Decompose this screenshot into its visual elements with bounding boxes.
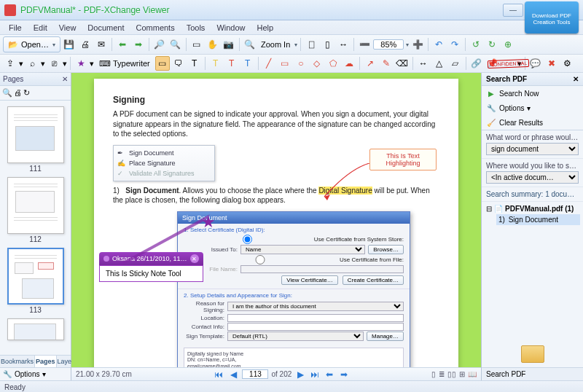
distance-tool[interactable]: ↔	[416, 56, 431, 71]
open-button[interactable]: 📂 Open… ▾	[3, 36, 60, 52]
cloud-tool[interactable]: ☁	[342, 56, 356, 71]
sticky-note-popup[interactable]: ★ Oksana 26/11/2010, 11… ✕ This Is Stick…	[99, 252, 203, 282]
fit-width-button[interactable]: ↔	[336, 37, 351, 52]
search-panel-close[interactable]: ✕	[573, 75, 579, 83]
show-comments-button[interactable]: 💬	[528, 56, 543, 71]
thumbnail[interactable]	[7, 318, 64, 340]
thumbnail[interactable]	[7, 177, 64, 234]
undo-button[interactable]: ↺	[469, 37, 483, 52]
menu-comments[interactable]: Comments	[130, 22, 181, 34]
nav-forward-button[interactable]: ➡	[131, 37, 146, 52]
nav-back-history[interactable]: ⬅	[324, 369, 335, 380]
save-button[interactable]: 💾	[62, 37, 77, 52]
menu-document[interactable]: Document	[82, 22, 130, 34]
thumbnail-list[interactable]: 111 112 113	[0, 101, 71, 355]
menu-view[interactable]: View	[53, 22, 82, 34]
print-button[interactable]: 🖨	[78, 37, 93, 52]
redo-button[interactable]: ↻	[485, 37, 499, 52]
sticky-note-body[interactable]: This Is Sticky Note Tool	[99, 265, 203, 282]
chevron-down-icon[interactable]: ▾	[41, 59, 45, 68]
document-viewport[interactable]: Signing A PDF document can be signed to …	[71, 73, 481, 367]
page-number-input[interactable]	[242, 369, 268, 379]
result-document[interactable]: ⊟ 📄 PDFVManual.pdf (1)	[485, 203, 580, 214]
actual-size-button[interactable]: ⎕	[304, 37, 318, 52]
sticky-note-tool[interactable]: ★	[74, 56, 88, 71]
zoom-out-button[interactable]: ➖	[357, 37, 372, 52]
rectangle-tool[interactable]: ▭	[278, 56, 292, 71]
typewriter-tool[interactable]: ⌨ Typewriter	[95, 58, 154, 69]
find-button[interactable]: 🔎	[152, 37, 167, 52]
thumbnail[interactable]	[7, 106, 64, 163]
search-what-input[interactable]: sign document	[486, 143, 579, 155]
link-tool[interactable]: 🔗	[469, 56, 484, 71]
nav-fwd-history[interactable]: ➡	[338, 369, 350, 380]
arrow-tool[interactable]: ↗	[363, 56, 377, 71]
menu-window[interactable]: Window	[211, 22, 251, 34]
pencil-tool[interactable]: ✎	[379, 56, 394, 71]
polygon-tool[interactable]: ⬠	[326, 56, 340, 71]
layout-book[interactable]: 📖	[468, 370, 477, 378]
search-now-button[interactable]: ▶ Search Now	[482, 86, 583, 101]
highlight-text-tool[interactable]: T	[208, 56, 223, 71]
line-tool[interactable]: ╱	[262, 56, 276, 71]
oval-tool[interactable]: ○	[294, 56, 308, 71]
tab-bookmarks[interactable]: Bookmarks	[0, 356, 35, 367]
layout-facing[interactable]: ▯▯	[447, 370, 456, 378]
nav-prev-button[interactable]: ◀	[227, 369, 239, 380]
search-button[interactable]: 🔍	[168, 37, 183, 52]
result-hit[interactable]: 1) Sign Document	[496, 214, 580, 225]
callout-tool[interactable]: 🗨	[171, 56, 186, 71]
chevron-down-icon[interactable]: ▾	[406, 42, 409, 48]
email-button[interactable]: ✉	[94, 37, 109, 52]
area-tool[interactable]: ▱	[448, 56, 463, 71]
tab-pages[interactable]: Pages	[35, 356, 57, 367]
snapshot-tool[interactable]: 📷	[222, 37, 236, 52]
layout-single[interactable]: ▯	[431, 370, 436, 378]
underline-tool[interactable]: T	[240, 56, 255, 71]
chevron-down-icon[interactable]: ▾	[90, 59, 94, 68]
scan-button[interactable]: ⎚	[47, 56, 61, 71]
pages-zoom-button[interactable]: 🔍	[2, 88, 12, 98]
rotate-cw-button[interactable]: ↷	[447, 37, 462, 52]
select-tool[interactable]: ▭	[189, 37, 204, 52]
minimize-button[interactable]: —	[503, 4, 523, 17]
highlight-tool[interactable]: ▭	[155, 56, 170, 71]
menu-edit[interactable]: Edit	[28, 22, 53, 34]
hand-tool[interactable]: ✋	[206, 37, 220, 52]
menu-tools[interactable]: Tools	[181, 22, 211, 34]
search-options-button[interactable]: 🔧 Options ▾	[482, 101, 583, 115]
chevron-down-icon[interactable]: ▾	[294, 42, 297, 48]
chevron-down-icon[interactable]: ▾	[63, 59, 67, 68]
properties-button[interactable]: ⚙	[560, 56, 575, 71]
export-button[interactable]: ⇪	[3, 56, 17, 71]
delete-button[interactable]: ✖	[544, 56, 559, 71]
menu-help[interactable]: Help	[251, 22, 280, 34]
nav-next-button[interactable]: ▶	[294, 369, 306, 380]
zoom-in-button[interactable]: ➕	[410, 37, 425, 52]
polyline-tool[interactable]: ◇	[310, 56, 324, 71]
minus-tree-icon[interactable]: ⊟	[486, 205, 492, 213]
layout-facing-cont[interactable]: ⊞	[459, 370, 465, 378]
chevron-down-icon[interactable]: ▾	[19, 59, 23, 68]
clear-results-button[interactable]: 🧹 Clear Results	[482, 115, 583, 130]
ocr-button[interactable]: ⌕	[25, 56, 39, 71]
pages-panel-options[interactable]: 🔧 Options ▾	[0, 367, 71, 380]
pages-panel-close[interactable]: ✕	[62, 75, 68, 83]
pages-print-button[interactable]: 🖨	[14, 88, 22, 98]
stamp-tool[interactable]: CONFIDENTIAL	[501, 56, 516, 71]
new-button[interactable]: ⊕	[501, 37, 515, 52]
thumbnail[interactable]	[7, 248, 64, 305]
layout-continuous[interactable]: ≣	[439, 370, 445, 378]
search-where-select[interactable]: <In active docum…	[486, 171, 579, 184]
perimeter-tool[interactable]: △	[432, 56, 447, 71]
eraser-tool[interactable]: ⌫	[395, 56, 410, 71]
zoom-percent-input[interactable]	[373, 39, 404, 50]
zoom-tool[interactable]: 🔍	[243, 37, 257, 52]
textbox-tool[interactable]: T	[187, 56, 202, 71]
nav-last-button[interactable]: ⏭	[309, 369, 321, 380]
rotate-ccw-button[interactable]: ↶	[431, 37, 446, 52]
pages-refresh-button[interactable]: ↻	[23, 88, 30, 98]
nav-back-button[interactable]: ⬅	[115, 37, 130, 52]
menu-file[interactable]: File	[3, 22, 28, 34]
fit-page-button[interactable]: ▯	[320, 37, 334, 52]
